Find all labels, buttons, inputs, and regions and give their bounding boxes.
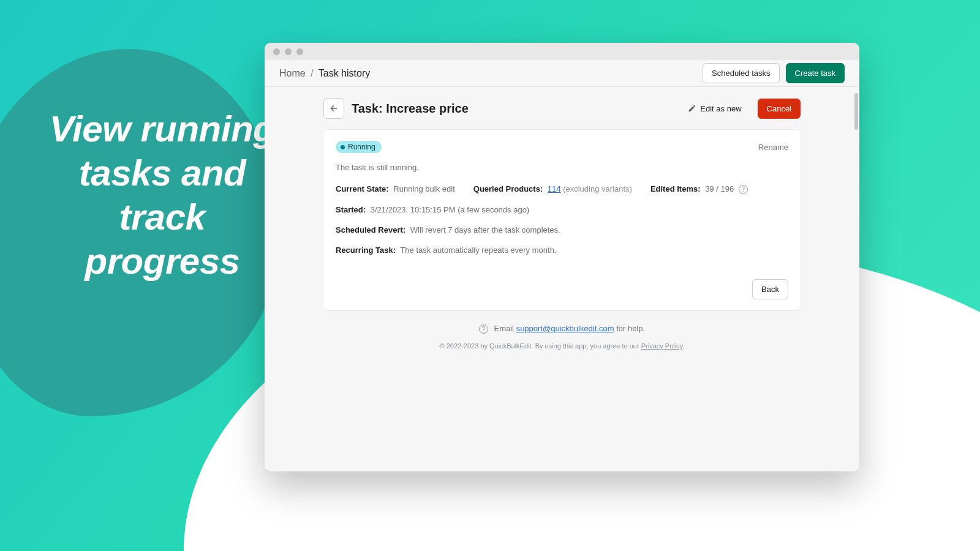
current-state: Current State: Running bulk edit — [336, 184, 455, 194]
back-button[interactable]: Back — [752, 279, 788, 299]
status-dot-icon — [341, 145, 345, 149]
edit-as-new-label: Edit as new — [700, 104, 741, 113]
arrow-left-icon — [329, 103, 339, 113]
help-icon[interactable]: ? — [739, 185, 748, 194]
window-titlebar — [265, 43, 859, 60]
copyright-post: . — [682, 342, 684, 350]
footer-post: for help. — [614, 324, 646, 333]
recurring-line: Recurring Task: The task automatically r… — [336, 246, 788, 255]
edited-label: Edited Items: — [650, 184, 701, 193]
queried-products: Queried Products: 114 (excluding variant… — [473, 184, 632, 194]
pencil-icon — [688, 104, 696, 113]
queried-count-link[interactable]: 114 — [548, 184, 561, 193]
recurring-value: The task automatically repeats every mon… — [400, 246, 556, 255]
started-value: 3/21/2023, 10:15:15 PM (a few seconds ag… — [371, 205, 529, 214]
app-window: Home / Task history Scheduled tasks Crea… — [265, 43, 859, 471]
cancel-button[interactable]: Cancel — [758, 99, 801, 119]
help-footer: ? Email support@quickbulkedit.com for he… — [323, 324, 801, 334]
status-badge-label: Running — [348, 143, 375, 151]
copyright-pre: © 2022-2023 by QuickBulkEdit. By using t… — [440, 342, 641, 350]
copyright: © 2022-2023 by QuickBulkEdit. By using t… — [323, 342, 801, 350]
page-title: Task: Increase price — [352, 102, 469, 116]
started-line: Started: 3/21/2023, 10:15:15 PM (a few s… — [336, 205, 788, 214]
task-card: Running Rename The task is still running… — [323, 130, 801, 310]
create-task-button[interactable]: Create task — [786, 63, 845, 83]
support-email-link[interactable]: support@quickbulkedit.com — [516, 324, 614, 333]
edited-value: 39 / 196 — [705, 184, 734, 193]
hero-headline: View running tasks and track progress — [49, 107, 276, 283]
breadcrumb-separator: / — [311, 68, 313, 78]
status-badge: Running — [336, 141, 382, 153]
info-row: Current State: Running bulk edit Queried… — [336, 184, 788, 194]
footer-pre: Email — [494, 324, 516, 333]
page-header: Task: Increase price Edit as new Cancel — [323, 98, 801, 119]
current-state-label: Current State: — [336, 184, 389, 193]
topbar: Home / Task history Scheduled tasks Crea… — [265, 60, 859, 87]
window-zoom-dot[interactable] — [296, 48, 303, 55]
breadcrumb: Home / Task history — [279, 68, 370, 79]
breadcrumb-current: Task history — [318, 68, 370, 78]
breadcrumb-home[interactable]: Home — [279, 68, 306, 78]
scheduled-tasks-button[interactable]: Scheduled tasks — [703, 63, 779, 83]
content-area: Task: Increase price Edit as new Cancel … — [265, 87, 859, 471]
help-icon: ? — [479, 324, 488, 334]
revert-line: Scheduled Revert: Will revert 7 days aft… — [336, 225, 788, 234]
recurring-label: Recurring Task: — [336, 246, 396, 255]
privacy-policy-link[interactable]: Privacy Policy — [641, 342, 683, 350]
window-close-dot[interactable] — [273, 48, 280, 55]
revert-value: Will revert 7 days after the task comple… — [410, 225, 560, 234]
window-minimize-dot[interactable] — [285, 48, 292, 55]
status-text: The task is still running. — [336, 163, 788, 172]
queried-suffix: (excluding variants) — [563, 184, 632, 193]
started-label: Started: — [336, 205, 366, 214]
current-state-value: Running bulk edit — [393, 184, 454, 193]
scrollbar[interactable] — [854, 93, 858, 130]
revert-label: Scheduled Revert: — [336, 225, 405, 234]
edited-items: Edited Items: 39 / 196 ? — [650, 184, 748, 194]
back-arrow-button[interactable] — [323, 98, 344, 119]
queried-label: Queried Products: — [473, 184, 543, 193]
rename-link[interactable]: Rename — [758, 143, 788, 152]
edit-as-new-button[interactable]: Edit as new — [688, 104, 741, 113]
